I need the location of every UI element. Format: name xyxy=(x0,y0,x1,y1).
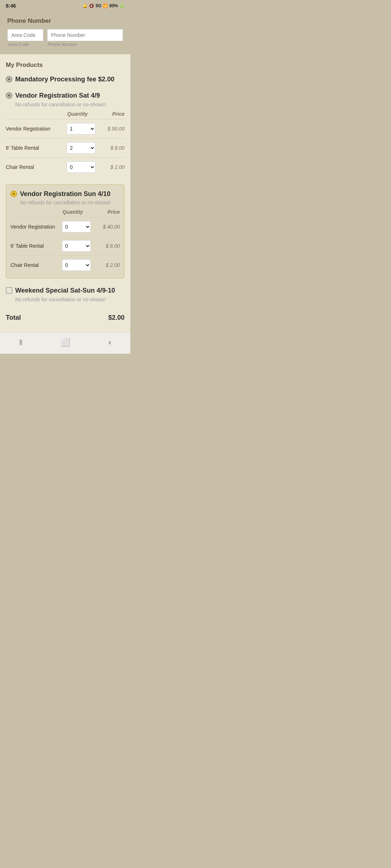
sun-table-qty[interactable]: 012 xyxy=(62,240,91,252)
sun-vendor-qty[interactable]: 012 xyxy=(62,221,91,233)
sat-header: Vendor Registration Sat 4/9 xyxy=(6,92,125,100)
sun-items-table: Quantity Price Vendor Registration 012 $… xyxy=(10,209,120,275)
total-label: Total xyxy=(6,314,21,322)
sun-chair-qty[interactable]: 012 xyxy=(62,259,91,271)
sun-row-table: 6’ Table Rental 012 $ 8.00 xyxy=(10,236,120,255)
sat-chair-name: Chair Rental xyxy=(6,164,67,170)
phone-label: Phone Number xyxy=(7,17,123,25)
area-code-group: Area Code xyxy=(7,29,43,47)
sun-table-name: 6’ Table Rental xyxy=(10,243,62,249)
phone-number-group: Phone Number xyxy=(47,29,123,47)
sun-row-vendor: Vendor Registration 012 $ 40.00 xyxy=(10,217,120,236)
sat-table-qty[interactable]: 0123 xyxy=(67,142,96,154)
sun-row-chair: Chair Rental 012 $ 2.00 xyxy=(10,255,120,275)
alarm-icon: 🔔 xyxy=(83,4,88,8)
weekend-checkbox[interactable] xyxy=(6,287,12,294)
mute-icon: 🔇 xyxy=(89,4,94,8)
sat-radio[interactable] xyxy=(6,92,12,99)
bottom-nav: ⦀ ⬜ ‹ xyxy=(0,332,130,354)
sun-header: Vendor Registration Sun 4/10 xyxy=(10,190,120,198)
mandatory-radio[interactable] xyxy=(6,76,12,82)
sun-title: Vendor Registration Sun 4/10 xyxy=(20,190,110,198)
sat-subtitle: No refunds for cancellation or no-shows! xyxy=(15,102,125,107)
sun-qty-header: Quantity xyxy=(55,209,91,215)
weekend-subtitle: No refunds for cancellation or no-shows! xyxy=(15,297,125,302)
product-sat: Vendor Registration Sat 4/9 No refunds f… xyxy=(6,92,125,176)
battery-icon: 🔋 xyxy=(119,4,125,8)
sun-items-header: Quantity Price xyxy=(10,209,120,217)
weekend-title: Weekend Special Sat-Sun 4/9-10 xyxy=(15,286,115,295)
sat-items-header: Quantity Price xyxy=(6,111,125,119)
network-icon: 5G xyxy=(96,3,101,8)
my-products-title: My Products xyxy=(6,61,125,69)
status-bar: 8:46 🔔 🔇 5G 📶 80% 🔋 xyxy=(0,0,130,11)
sat-items-table: Quantity Price Vendor Registration 12345… xyxy=(6,111,125,176)
sun-chair-price: $ 2.00 xyxy=(91,262,120,268)
area-code-label: Area Code xyxy=(7,42,43,47)
nav-recents-icon[interactable]: ⦀ xyxy=(19,338,22,347)
phone-number-label: Phone Number xyxy=(47,42,123,47)
sat-row-vendor: Vendor Registration 12345 $ 50.00 xyxy=(6,119,125,138)
sun-chair-name: Chair Rental xyxy=(10,262,62,268)
sat-qty-header: Quantity xyxy=(59,111,96,117)
sat-vendor-price: $ 50.00 xyxy=(96,126,125,132)
main-content: My Products Mandatory Processing fee $2.… xyxy=(0,54,130,332)
mandatory-title: Mandatory Processing fee $2.00 xyxy=(15,75,114,84)
sat-title: Vendor Registration Sat 4/9 xyxy=(15,92,100,100)
sat-table-price: $ 8.00 xyxy=(96,145,125,151)
sat-chair-price: $ 2.00 xyxy=(96,164,125,170)
product-sun: Vendor Registration Sun 4/10 No refunds … xyxy=(6,184,125,278)
phone-inputs: Area Code Phone Number xyxy=(7,29,123,47)
sat-row-table: 6’ Table Rental 0123 $ 8.00 xyxy=(6,138,125,157)
sun-radio[interactable] xyxy=(10,191,17,197)
status-time: 8:46 xyxy=(6,3,16,9)
nav-back-icon[interactable]: ‹ xyxy=(109,338,111,347)
sat-chair-qty[interactable]: 0123 xyxy=(67,161,96,173)
sat-row-chair: Chair Rental 0123 $ 2.00 xyxy=(6,157,125,176)
status-icons: 🔔 🔇 5G 📶 80% 🔋 xyxy=(83,3,125,8)
sun-vendor-price: $ 40.00 xyxy=(91,224,120,230)
total-value: $2.00 xyxy=(108,314,125,322)
sun-subtitle: No refunds for cancellation or no-shows! xyxy=(20,200,120,205)
product-mandatory: Mandatory Processing fee $2.00 xyxy=(6,75,125,84)
weekend-header: Weekend Special Sat-Sun 4/9-10 xyxy=(6,286,125,295)
product-mandatory-header: Mandatory Processing fee $2.00 xyxy=(6,75,125,84)
sat-vendor-name: Vendor Registration xyxy=(6,126,67,132)
sat-vendor-qty[interactable]: 12345 xyxy=(67,123,96,135)
sun-table-price: $ 8.00 xyxy=(91,243,120,249)
sun-price-header: Price xyxy=(91,209,120,215)
sat-table-name: 6’ Table Rental xyxy=(6,145,67,151)
nav-home-icon[interactable]: ⬜ xyxy=(60,338,70,347)
total-bar: Total $2.00 xyxy=(6,310,125,322)
phone-section: Phone Number Area Code Phone Number xyxy=(0,11,130,54)
signal-icon: 📶 xyxy=(103,4,108,8)
sun-vendor-name: Vendor Registration xyxy=(10,224,62,230)
area-code-input[interactable] xyxy=(7,29,43,41)
sat-price-header: Price xyxy=(96,111,125,117)
phone-number-input[interactable] xyxy=(47,29,123,41)
product-weekend: Weekend Special Sat-Sun 4/9-10 No refund… xyxy=(6,286,125,302)
battery-label: 80% xyxy=(109,3,118,8)
